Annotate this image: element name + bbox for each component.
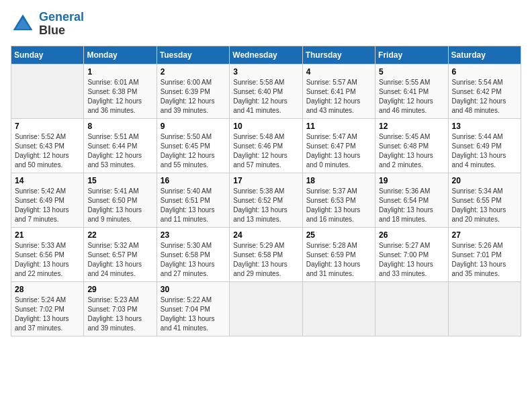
day-number: 24 bbox=[233, 230, 298, 240]
col-header-thursday: Thursday bbox=[302, 46, 375, 64]
calendar-cell: 8Sunrise: 5:51 AMSunset: 6:44 PMDaylight… bbox=[84, 118, 157, 173]
calendar-cell: 24Sunrise: 5:29 AMSunset: 6:58 PMDayligh… bbox=[230, 227, 302, 281]
calendar-cell: 15Sunrise: 5:41 AMSunset: 6:50 PMDayligh… bbox=[84, 173, 157, 227]
calendar-cell: 1Sunrise: 6:01 AMSunset: 6:38 PMDaylight… bbox=[84, 64, 157, 118]
day-info: Sunrise: 5:24 AMSunset: 7:02 PMDaylight:… bbox=[15, 295, 80, 333]
week-row-5: 28Sunrise: 5:24 AMSunset: 7:02 PMDayligh… bbox=[11, 281, 521, 336]
day-number: 29 bbox=[87, 285, 152, 294]
day-info: Sunrise: 5:45 AMSunset: 6:48 PMDaylight:… bbox=[379, 132, 444, 170]
calendar-cell: 10Sunrise: 5:48 AMSunset: 6:46 PMDayligh… bbox=[230, 118, 302, 173]
day-info: Sunrise: 5:28 AMSunset: 6:59 PMDaylight:… bbox=[306, 241, 371, 279]
day-number: 13 bbox=[452, 122, 517, 131]
day-info: Sunrise: 5:32 AMSunset: 6:57 PMDaylight:… bbox=[87, 241, 152, 279]
calendar-cell: 16Sunrise: 5:40 AMSunset: 6:51 PMDayligh… bbox=[157, 173, 229, 227]
day-number: 12 bbox=[379, 122, 444, 131]
day-number: 23 bbox=[161, 230, 226, 240]
day-info: Sunrise: 5:57 AMSunset: 6:41 PMDaylight:… bbox=[306, 78, 371, 116]
calendar-cell: 19Sunrise: 5:36 AMSunset: 6:54 PMDayligh… bbox=[375, 173, 448, 227]
day-number: 10 bbox=[233, 122, 298, 131]
col-header-monday: Monday bbox=[84, 46, 157, 64]
calendar-cell: 26Sunrise: 5:27 AMSunset: 7:00 PMDayligh… bbox=[375, 227, 448, 281]
calendar-cell: 22Sunrise: 5:32 AMSunset: 6:57 PMDayligh… bbox=[84, 227, 157, 281]
day-info: Sunrise: 5:36 AMSunset: 6:54 PMDaylight:… bbox=[379, 187, 444, 224]
day-info: Sunrise: 5:55 AMSunset: 6:41 PMDaylight:… bbox=[379, 78, 444, 116]
day-info: Sunrise: 6:01 AMSunset: 6:38 PMDaylight:… bbox=[87, 78, 152, 116]
calendar-cell bbox=[375, 281, 448, 336]
day-number: 6 bbox=[452, 67, 517, 77]
day-info: Sunrise: 6:00 AMSunset: 6:39 PMDaylight:… bbox=[161, 78, 226, 116]
day-number: 5 bbox=[379, 67, 444, 77]
day-number: 1 bbox=[87, 67, 152, 77]
day-info: Sunrise: 5:33 AMSunset: 6:56 PMDaylight:… bbox=[15, 241, 80, 279]
day-number: 2 bbox=[161, 67, 226, 77]
day-info: Sunrise: 5:41 AMSunset: 6:50 PMDaylight:… bbox=[87, 187, 152, 224]
day-number: 17 bbox=[233, 176, 298, 185]
day-info: Sunrise: 5:26 AMSunset: 7:01 PMDaylight:… bbox=[452, 241, 517, 279]
day-number: 22 bbox=[87, 230, 152, 240]
calendar-cell: 18Sunrise: 5:37 AMSunset: 6:53 PMDayligh… bbox=[302, 173, 375, 227]
day-info: Sunrise: 5:38 AMSunset: 6:52 PMDaylight:… bbox=[233, 187, 298, 224]
calendar-cell: 25Sunrise: 5:28 AMSunset: 6:59 PMDayligh… bbox=[302, 227, 375, 281]
day-number: 28 bbox=[15, 285, 80, 294]
day-number: 15 bbox=[87, 176, 152, 185]
day-number: 26 bbox=[379, 230, 444, 240]
calendar-cell: 21Sunrise: 5:33 AMSunset: 6:56 PMDayligh… bbox=[11, 227, 84, 281]
day-info: Sunrise: 5:34 AMSunset: 6:55 PMDaylight:… bbox=[452, 187, 517, 224]
day-info: Sunrise: 5:30 AMSunset: 6:58 PMDaylight:… bbox=[161, 241, 226, 279]
day-number: 20 bbox=[452, 176, 517, 185]
logo: General Blue bbox=[11, 11, 84, 38]
page-header: General Blue bbox=[11, 11, 521, 38]
logo-text: General Blue bbox=[39, 11, 84, 38]
day-number: 18 bbox=[306, 176, 371, 185]
day-info: Sunrise: 5:52 AMSunset: 6:43 PMDaylight:… bbox=[15, 132, 80, 170]
calendar-cell: 9Sunrise: 5:50 AMSunset: 6:45 PMDaylight… bbox=[157, 118, 229, 173]
calendar-cell: 5Sunrise: 5:55 AMSunset: 6:41 PMDaylight… bbox=[375, 64, 448, 118]
calendar-cell bbox=[11, 64, 84, 118]
day-number: 27 bbox=[452, 230, 517, 240]
day-info: Sunrise: 5:40 AMSunset: 6:51 PMDaylight:… bbox=[161, 187, 226, 224]
day-number: 14 bbox=[15, 176, 80, 185]
calendar-cell: 17Sunrise: 5:38 AMSunset: 6:52 PMDayligh… bbox=[230, 173, 302, 227]
calendar-cell: 13Sunrise: 5:44 AMSunset: 6:49 PMDayligh… bbox=[448, 118, 521, 173]
col-header-friday: Friday bbox=[375, 46, 448, 64]
calendar-cell: 14Sunrise: 5:42 AMSunset: 6:49 PMDayligh… bbox=[11, 173, 84, 227]
calendar-cell: 3Sunrise: 5:58 AMSunset: 6:40 PMDaylight… bbox=[230, 64, 302, 118]
week-row-2: 7Sunrise: 5:52 AMSunset: 6:43 PMDaylight… bbox=[11, 118, 521, 173]
calendar-cell: 28Sunrise: 5:24 AMSunset: 7:02 PMDayligh… bbox=[11, 281, 84, 336]
day-info: Sunrise: 5:54 AMSunset: 6:42 PMDaylight:… bbox=[452, 78, 517, 116]
day-number: 25 bbox=[306, 230, 371, 240]
calendar-cell: 6Sunrise: 5:54 AMSunset: 6:42 PMDaylight… bbox=[448, 64, 521, 118]
day-number: 21 bbox=[15, 230, 80, 240]
calendar-cell: 12Sunrise: 5:45 AMSunset: 6:48 PMDayligh… bbox=[375, 118, 448, 173]
day-info: Sunrise: 5:50 AMSunset: 6:45 PMDaylight:… bbox=[161, 132, 226, 170]
col-header-wednesday: Wednesday bbox=[230, 46, 302, 64]
week-row-4: 21Sunrise: 5:33 AMSunset: 6:56 PMDayligh… bbox=[11, 227, 521, 281]
day-info: Sunrise: 5:27 AMSunset: 7:00 PMDaylight:… bbox=[379, 241, 444, 279]
day-number: 7 bbox=[15, 122, 80, 131]
calendar-cell: 4Sunrise: 5:57 AMSunset: 6:41 PMDaylight… bbox=[302, 64, 375, 118]
day-info: Sunrise: 5:42 AMSunset: 6:49 PMDaylight:… bbox=[15, 187, 80, 224]
calendar-cell: 23Sunrise: 5:30 AMSunset: 6:58 PMDayligh… bbox=[157, 227, 229, 281]
calendar-table: SundayMondayTuesdayWednesdayThursdayFrid… bbox=[11, 46, 521, 336]
calendar-cell bbox=[302, 281, 375, 336]
calendar-cell: 11Sunrise: 5:47 AMSunset: 6:47 PMDayligh… bbox=[302, 118, 375, 173]
day-number: 30 bbox=[161, 285, 226, 294]
day-info: Sunrise: 5:22 AMSunset: 7:04 PMDaylight:… bbox=[161, 295, 226, 333]
day-number: 16 bbox=[161, 176, 226, 185]
calendar-cell bbox=[230, 281, 302, 336]
calendar-cell: 20Sunrise: 5:34 AMSunset: 6:55 PMDayligh… bbox=[448, 173, 521, 227]
day-info: Sunrise: 5:37 AMSunset: 6:53 PMDaylight:… bbox=[306, 187, 371, 224]
calendar-cell: 29Sunrise: 5:23 AMSunset: 7:03 PMDayligh… bbox=[84, 281, 157, 336]
day-number: 3 bbox=[233, 67, 298, 77]
day-info: Sunrise: 5:23 AMSunset: 7:03 PMDaylight:… bbox=[87, 295, 152, 333]
calendar-cell: 2Sunrise: 6:00 AMSunset: 6:39 PMDaylight… bbox=[157, 64, 229, 118]
col-header-saturday: Saturday bbox=[448, 46, 521, 64]
logo-icon bbox=[11, 12, 35, 36]
day-info: Sunrise: 5:47 AMSunset: 6:47 PMDaylight:… bbox=[306, 132, 371, 170]
day-info: Sunrise: 5:51 AMSunset: 6:44 PMDaylight:… bbox=[87, 132, 152, 170]
day-info: Sunrise: 5:48 AMSunset: 6:46 PMDaylight:… bbox=[233, 132, 298, 170]
day-number: 11 bbox=[306, 122, 371, 131]
calendar-cell: 30Sunrise: 5:22 AMSunset: 7:04 PMDayligh… bbox=[157, 281, 229, 336]
day-number: 8 bbox=[87, 122, 152, 131]
calendar-cell bbox=[448, 281, 521, 336]
